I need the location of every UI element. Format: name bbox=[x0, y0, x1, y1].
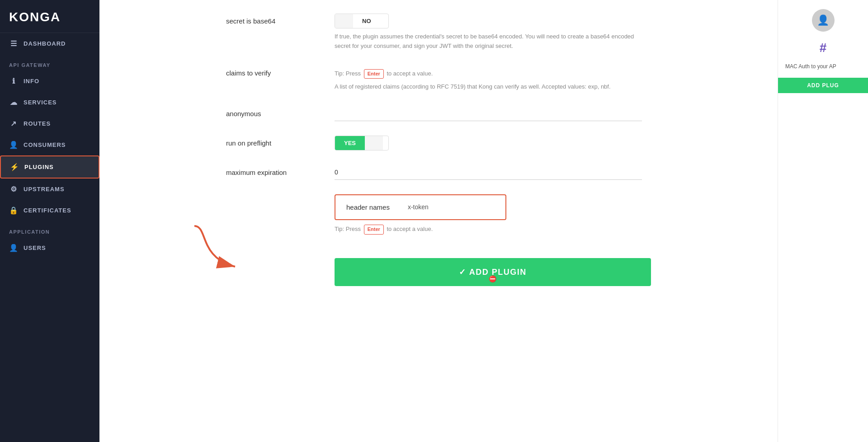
services-icon: ☁ bbox=[9, 98, 18, 107]
toggle-yes-btn[interactable] bbox=[335, 14, 353, 28]
add-plug-button[interactable]: ADD PLUG bbox=[778, 78, 868, 93]
header-names-value: x-token bbox=[408, 203, 429, 211]
header-tip-prefix: Tip: Press bbox=[335, 226, 363, 232]
sidebar-item-label: INFO bbox=[24, 78, 39, 85]
sidebar-item-users[interactable]: 👤 USERS bbox=[0, 237, 99, 259]
dashboard-icon: ☰ bbox=[9, 39, 18, 48]
sidebar-section-application: APPLICATION bbox=[0, 221, 99, 237]
main-content: secret is base64 NO If true, the plugin … bbox=[99, 0, 778, 442]
sidebar-item-consumers[interactable]: 👤 CONSUMERS bbox=[0, 134, 99, 155]
secret-base64-row: secret is base64 NO If true, the plugin … bbox=[226, 14, 705, 51]
certificates-icon: 🔒 bbox=[9, 206, 18, 215]
claims-verify-row: claims to verify Tip: Press Enter to acc… bbox=[226, 66, 705, 92]
header-names-row: header names x-token Tip: Press Enter to… bbox=[226, 194, 705, 235]
add-plugin-row: ✓ ADD PLUGIN ⛔ bbox=[226, 249, 705, 286]
sidebar-item-label: PLUGINS bbox=[24, 164, 54, 170]
anonymous-label: anonymous bbox=[226, 106, 316, 118]
sidebar: KONGA ☰ DASHBOARD API GATEWAY ℹ INFO ☁ S… bbox=[0, 0, 99, 442]
sidebar-item-plugins[interactable]: ⚡ PLUGINS bbox=[0, 155, 99, 179]
secret-base64-label: secret is base64 bbox=[226, 14, 316, 25]
header-names-field: header names x-token Tip: Press Enter to… bbox=[335, 194, 651, 235]
users-icon: 👤 bbox=[9, 244, 18, 252]
sidebar-item-services[interactable]: ☁ SERVICES bbox=[0, 92, 99, 113]
run-preflight-row: run on preflight YES bbox=[226, 136, 705, 150]
max-expiration-row: maximum expiration bbox=[226, 165, 705, 180]
routes-icon: ↗ bbox=[9, 119, 18, 128]
header-names-outer-label bbox=[226, 194, 316, 202]
claims-verify-label: claims to verify bbox=[226, 66, 316, 77]
sidebar-item-label: CONSUMERS bbox=[24, 141, 66, 148]
anonymous-input[interactable] bbox=[335, 106, 642, 121]
run-preflight-field: YES bbox=[335, 136, 651, 150]
header-names-box[interactable]: header names x-token bbox=[335, 194, 506, 220]
header-names-tip: Tip: Press Enter to accept a value. bbox=[335, 225, 651, 235]
plugins-icon: ⚡ bbox=[10, 163, 19, 171]
secret-base64-toggle[interactable]: NO bbox=[335, 14, 389, 28]
claims-verify-field: Tip: Press Enter to accept a value. A li… bbox=[335, 66, 651, 92]
sidebar-section-api-gateway: API GATEWAY bbox=[0, 54, 99, 71]
anonymous-field bbox=[335, 106, 651, 121]
right-panel: 👤 # MAC Auth to your AP ADD PLUG bbox=[778, 0, 868, 442]
no-entry-icon: ⛔ bbox=[489, 275, 497, 282]
sidebar-item-label: ROUTES bbox=[24, 120, 51, 127]
enter-badge-claims: Enter bbox=[364, 69, 384, 79]
hash-icon: # bbox=[778, 41, 868, 55]
sidebar-item-label: SERVICES bbox=[24, 99, 57, 106]
sidebar-item-routes[interactable]: ↗ ROUTES bbox=[0, 113, 99, 134]
claims-tip: Tip: Press Enter to accept a value. bbox=[335, 69, 651, 79]
upstreams-icon: ⚙ bbox=[9, 185, 18, 193]
sidebar-item-certificates[interactable]: 🔒 CERTIFICATES bbox=[0, 200, 99, 221]
info-icon: ℹ bbox=[9, 77, 18, 85]
sidebar-item-info[interactable]: ℹ INFO bbox=[0, 71, 99, 92]
secret-base64-field: NO If true, the plugin assumes the crede… bbox=[335, 14, 651, 51]
secret-base64-hint: If true, the plugin assumes the credenti… bbox=[335, 32, 651, 51]
claims-tip-suffix: to accept a value. bbox=[385, 70, 433, 77]
add-plug-label: ADD PLUG bbox=[807, 82, 839, 89]
mac-auth-text: MAC Auth to your AP bbox=[778, 62, 868, 71]
enter-badge-header: Enter bbox=[364, 225, 384, 235]
consumers-icon: 👤 bbox=[9, 141, 18, 149]
sidebar-item-label: USERS bbox=[24, 245, 46, 251]
user-avatar: 👤 bbox=[812, 9, 835, 32]
claims-tip-prefix: Tip: Press bbox=[335, 70, 363, 77]
run-preflight-label: run on preflight bbox=[226, 136, 316, 147]
logo: KONGA bbox=[0, 0, 99, 33]
sidebar-item-label: CERTIFICATES bbox=[24, 207, 71, 214]
toggle-no-preflight-btn[interactable] bbox=[365, 136, 383, 150]
sidebar-item-upstreams[interactable]: ⚙ UPSTREAMS bbox=[0, 179, 99, 200]
sidebar-item-label: DASHBOARD bbox=[24, 40, 66, 47]
toggle-yes-preflight-btn[interactable]: YES bbox=[335, 136, 365, 150]
max-expiration-field bbox=[335, 165, 651, 180]
toggle-no-btn[interactable]: NO bbox=[353, 14, 380, 28]
add-plugin-button[interactable]: ✓ ADD PLUGIN ⛔ bbox=[335, 258, 651, 286]
claims-hint: A list of registered claims (according t… bbox=[335, 82, 651, 92]
max-expiration-label: maximum expiration bbox=[226, 165, 316, 176]
sidebar-item-dashboard[interactable]: ☰ DASHBOARD bbox=[0, 33, 99, 54]
max-expiration-input[interactable] bbox=[335, 165, 642, 180]
anonymous-row: anonymous bbox=[226, 106, 705, 121]
run-preflight-toggle[interactable]: YES bbox=[335, 136, 389, 150]
form-container: secret is base64 NO If true, the plugin … bbox=[99, 0, 732, 319]
add-plugin-spacer bbox=[226, 249, 316, 253]
sidebar-item-label: UPSTREAMS bbox=[24, 186, 65, 193]
add-plugin-field: ✓ ADD PLUGIN ⛔ bbox=[335, 249, 651, 286]
header-tip-suffix: to accept a value. bbox=[385, 226, 433, 232]
header-names-label: header names bbox=[346, 203, 390, 211]
